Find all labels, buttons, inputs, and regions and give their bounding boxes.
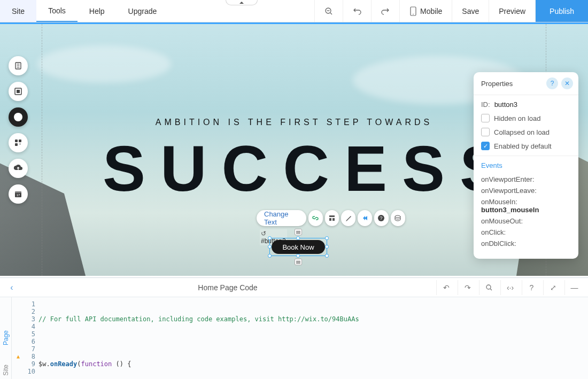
svg-rect-10	[17, 90, 20, 93]
zoom-out-icon	[324, 7, 333, 16]
event-mouse-out[interactable]: onMouseOut:	[481, 215, 571, 227]
event-viewport-enter[interactable]: onViewportEnter:	[481, 174, 571, 185]
event-dblclick[interactable]: onDblClick:	[481, 238, 571, 249]
book-now-button[interactable]: Book Now	[272, 240, 325, 254]
apps-button[interactable]: +	[9, 133, 28, 152]
redo-button[interactable]	[371, 0, 399, 22]
checkbox-hidden[interactable]	[481, 114, 490, 122]
events-section-title: Events	[481, 161, 571, 169]
svg-rect-16	[15, 143, 18, 146]
svg-line-1	[330, 13, 332, 14]
menu-site[interactable]: Site	[0, 0, 36, 22]
snap-handle-top[interactable]	[295, 229, 302, 235]
code-line-numbers: 12345678910	[25, 297, 38, 379]
code-toolbar: ‹ Home Page Code ↶ ↷ ‹·› ? ⤢ —	[0, 278, 588, 297]
redo-icon	[381, 7, 390, 16]
resize-handle[interactable]	[296, 236, 300, 240]
toolbar-center	[168, 0, 314, 22]
properties-close-button[interactable]: ✕	[561, 78, 573, 89]
animation-button[interactable]	[358, 210, 372, 226]
properties-panel: Properties ? ✕ ID: button3 Hidden on loa…	[474, 72, 578, 259]
change-text-button[interactable]: Change Text	[257, 210, 306, 226]
preview-button[interactable]: Preview	[489, 0, 535, 22]
layout-button[interactable]	[325, 210, 339, 226]
code-gutter-indicators: ▲	[12, 297, 25, 379]
code-editor[interactable]: Page Site ▲ 12345678910 // For full API …	[0, 297, 588, 379]
svg-point-26	[395, 215, 400, 218]
mobile-icon	[409, 6, 417, 16]
resize-handle[interactable]	[268, 236, 272, 240]
resize-handle[interactable]	[325, 245, 329, 249]
svg-text:?: ?	[380, 215, 383, 221]
event-mouse-in[interactable]: onMouseIn: button3_mouseIn	[481, 196, 571, 215]
prop-enabled-row[interactable]: ✓ Enabled by default	[481, 142, 571, 150]
code-panel: ‹ Home Page Code ↶ ↷ ‹·› ? ⤢ — Page Site…	[0, 277, 588, 379]
event-viewport-leave[interactable]: onViewportLeave:	[481, 185, 571, 196]
help-button[interactable]: ?	[374, 210, 389, 226]
mobile-toggle[interactable]: Mobile	[399, 0, 452, 22]
code-help-button[interactable]: ?	[522, 280, 541, 295]
snap-handle-bottom[interactable]	[295, 259, 302, 265]
data-button[interactable]	[391, 210, 405, 226]
resize-handle[interactable]	[268, 254, 272, 258]
code-redo-button[interactable]: ↷	[458, 280, 477, 295]
prop-id-row[interactable]: ID: button3	[481, 100, 571, 109]
svg-rect-21	[329, 215, 335, 217]
code-undo-button[interactable]: ↶	[436, 280, 455, 295]
prop-collapsed-row[interactable]: Collapsed on load	[481, 128, 571, 136]
panel-tab-handle[interactable]	[226, 0, 258, 5]
publish-button[interactable]: Publish	[535, 0, 588, 22]
toolbar-actions: Mobile Save Preview Publish	[314, 0, 588, 22]
mobile-label: Mobile	[420, 7, 442, 16]
properties-help-button[interactable]: ?	[546, 78, 558, 89]
resize-handle[interactable]	[325, 254, 329, 258]
event-click[interactable]: onClick:	[481, 227, 571, 238]
code-minimize-button[interactable]: —	[564, 280, 584, 295]
resize-handle[interactable]	[296, 254, 300, 258]
svg-rect-23	[332, 218, 335, 221]
prop-enabled-label: Enabled by default	[494, 142, 552, 150]
prop-id-value: button3	[494, 100, 517, 109]
menu-help[interactable]: Help	[78, 0, 117, 22]
save-button[interactable]: Save	[452, 0, 489, 22]
prop-hidden-row[interactable]: Hidden on load	[481, 114, 571, 122]
svg-rect-14	[15, 140, 18, 142]
code-expand-horiz-button[interactable]: ‹·›	[500, 280, 520, 295]
svg-rect-19	[15, 191, 21, 193]
checkbox-collapsed[interactable]	[481, 128, 490, 136]
menu-upgrade[interactable]: Upgrade	[117, 0, 169, 22]
code-side-tabs: Page Site	[0, 297, 12, 379]
code-search-button[interactable]	[479, 280, 498, 295]
svg-text:+: +	[19, 142, 21, 146]
link-button[interactable]	[308, 210, 323, 226]
prop-hidden-label: Hidden on load	[494, 114, 540, 122]
menu-tools[interactable]: Tools	[36, 0, 78, 22]
uploads-button[interactable]	[9, 159, 28, 178]
bookings-button[interactable]: 17	[9, 184, 28, 204]
warning-icon[interactable]: ▲	[12, 353, 25, 360]
code-content[interactable]: // For full API documentation, including…	[38, 297, 588, 379]
editor-canvas[interactable]: AMBITION IS THE FIRST STEP TOWARDS SUCCE…	[0, 22, 588, 276]
background-button[interactable]	[9, 82, 28, 101]
element-edit-bar: Change Text ?	[257, 210, 405, 226]
resize-handle[interactable]	[325, 236, 329, 240]
design-button[interactable]	[341, 210, 355, 226]
svg-text:17: 17	[17, 194, 20, 197]
code-tab-site[interactable]: Site	[2, 365, 10, 376]
resize-handle[interactable]	[268, 245, 272, 249]
undo-button[interactable]	[343, 0, 371, 22]
undo-icon	[353, 7, 361, 16]
add-element-button[interactable]	[9, 107, 28, 127]
menu-bar: Site Tools Help Upgrade	[0, 0, 168, 22]
code-maximize-button[interactable]: ⤢	[543, 280, 562, 295]
svg-rect-22	[329, 218, 331, 221]
properties-title: Properties	[481, 80, 513, 88]
properties-header[interactable]: Properties ? ✕	[474, 72, 578, 95]
code-title: Home Page Code	[21, 283, 434, 292]
svg-point-27	[486, 285, 491, 289]
code-tab-page[interactable]: Page	[2, 330, 10, 345]
code-back-button[interactable]: ‹	[4, 283, 19, 292]
pages-button[interactable]	[9, 56, 28, 75]
checkbox-enabled[interactable]: ✓	[481, 142, 490, 150]
zoom-out-button[interactable]	[314, 0, 343, 22]
